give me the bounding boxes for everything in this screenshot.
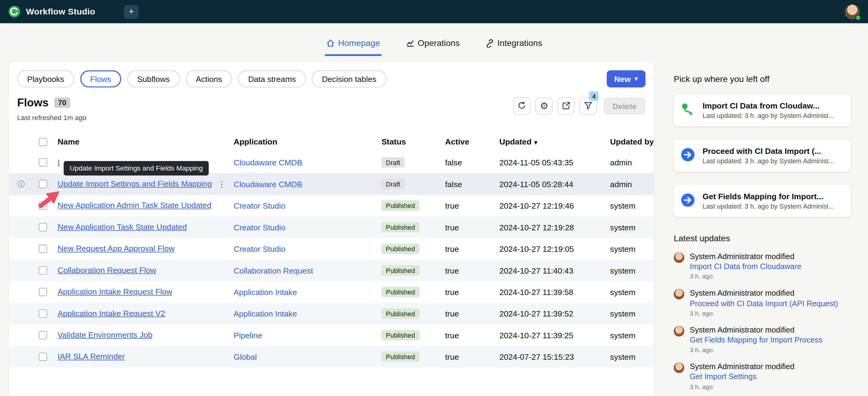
refresh-button[interactable] bbox=[514, 97, 531, 115]
pill-data-streams[interactable]: Data streams bbox=[238, 70, 306, 88]
update-avatar bbox=[674, 252, 684, 263]
info-icon[interactable]: ⓘ bbox=[18, 179, 25, 189]
pill-decision-tables[interactable]: Decision tables bbox=[312, 70, 386, 88]
application-link[interactable]: Creator Studio bbox=[234, 244, 285, 253]
status-badge: Published bbox=[381, 265, 420, 276]
new-button[interactable]: New ▾ bbox=[607, 70, 646, 88]
col-header-updated[interactable]: Updated▾ bbox=[499, 137, 610, 146]
application-link[interactable]: Application Intake bbox=[234, 309, 297, 318]
pickup-card[interactable]: Proceed with CI Data Import (... Last up… bbox=[674, 139, 851, 172]
export-button[interactable] bbox=[558, 97, 575, 115]
arrow-circle-icon bbox=[680, 192, 695, 210]
pickup-card[interactable]: Get Fields Mapping for Import... Last up… bbox=[674, 185, 851, 217]
active-value: true bbox=[445, 266, 499, 275]
new-button-label: New bbox=[614, 74, 631, 83]
updated-value: 2024-10-27 11:40:43 bbox=[499, 266, 610, 275]
kebab-icon[interactable]: ⋮ bbox=[218, 178, 226, 189]
tab-integrations[interactable]: Integrations bbox=[484, 34, 543, 56]
application-link[interactable]: Cloudaware CMDB bbox=[234, 158, 302, 167]
pickup-card-list: Import CI Data from Cloudaw... Last upda… bbox=[674, 94, 851, 217]
caret-down-icon: ▾ bbox=[634, 75, 638, 83]
row-checkbox[interactable] bbox=[39, 245, 47, 253]
pill-subflows[interactable]: Subflows bbox=[127, 70, 180, 88]
table-row[interactable]: ⓘ Application Intake Request V2 ⋮ Applic… bbox=[9, 303, 654, 324]
row-checkbox[interactable] bbox=[39, 353, 47, 361]
filter-icon bbox=[584, 100, 593, 112]
application-link[interactable]: Pipeline bbox=[234, 331, 262, 339]
tab-operations[interactable]: Operations bbox=[405, 34, 461, 56]
updates-list: System Administrator modified Import CI … bbox=[674, 251, 851, 390]
update-item: System Administrator modified Proceed wi… bbox=[674, 288, 851, 316]
updated-value: 2024-10-27 11:39:52 bbox=[499, 309, 610, 318]
export-icon bbox=[562, 100, 571, 112]
active-value: false bbox=[445, 180, 499, 188]
pickup-card[interactable]: Import CI Data from Cloudaw... Last upda… bbox=[674, 94, 851, 126]
update-target-link[interactable]: Import CI Data from Cloudaware bbox=[690, 262, 802, 271]
settings-button[interactable]: ⚙ bbox=[536, 97, 553, 115]
flow-name-link[interactable]: New Request App Approval Flow bbox=[57, 244, 175, 253]
row-checkbox[interactable] bbox=[39, 158, 47, 166]
pickup-section-title: Pick up where you left off bbox=[674, 74, 851, 84]
flow-name-link[interactable]: Collaboration Request Flow bbox=[57, 266, 156, 274]
row-checkbox[interactable] bbox=[39, 288, 47, 296]
flow-name-link[interactable]: Validate Environments Job bbox=[57, 330, 152, 339]
update-target-link[interactable]: Proceed with CI Data Import (API Request… bbox=[690, 298, 838, 308]
flow-name-link[interactable]: New Application Admin Task State Updated bbox=[57, 201, 211, 210]
col-header-updated-by[interactable]: Updated by bbox=[610, 137, 654, 146]
active-value: true bbox=[445, 352, 499, 361]
table-row[interactable]: ⓘ New Request App Approval Flow ⋮ Creato… bbox=[9, 238, 654, 260]
row-checkbox[interactable] bbox=[39, 309, 47, 318]
table-row[interactable]: ⓘ Application Intake Request Flow ⋮ Appl… bbox=[9, 281, 654, 303]
update-text: System Administrator modified Import CI … bbox=[690, 251, 802, 280]
update-avatar bbox=[674, 326, 684, 336]
application-link[interactable]: Global bbox=[234, 352, 257, 361]
pill-flows[interactable]: Flows bbox=[80, 70, 121, 88]
application-link[interactable]: Creator Studio bbox=[234, 223, 285, 232]
updated-by-value: admin bbox=[610, 180, 654, 188]
select-all-checkbox[interactable] bbox=[39, 138, 47, 146]
row-checkbox[interactable] bbox=[39, 266, 47, 274]
pill-playbooks[interactable]: Playbooks bbox=[17, 70, 74, 88]
table-row[interactable]: ⓘ New Application Admin Task State Updat… bbox=[9, 195, 654, 216]
row-checkbox[interactable] bbox=[39, 223, 47, 231]
table-row[interactable]: ⓘ Update Import Settings and Fields Mapp… bbox=[9, 173, 654, 195]
user-avatar[interactable] bbox=[845, 4, 860, 19]
update-avatar bbox=[674, 363, 684, 373]
update-target-link[interactable]: Get Fields Mapping for Import Process bbox=[690, 335, 823, 345]
pill-actions[interactable]: Actions bbox=[186, 70, 232, 88]
application-link[interactable]: Collaboration Request bbox=[234, 266, 313, 275]
table-row[interactable]: ⓘ Collaboration Request Flow ⋮ Collabora… bbox=[9, 260, 654, 281]
application-link[interactable]: Application Intake bbox=[234, 287, 297, 296]
table-row[interactable]: ⓘ IAR SLA Reminder ⋮ Global Published tr… bbox=[9, 346, 654, 367]
update-item: System Administrator modified Get Fields… bbox=[674, 325, 851, 353]
col-header-active[interactable]: Active bbox=[445, 137, 499, 146]
flow-name-link[interactable]: IAR SLA Reminder bbox=[57, 352, 125, 361]
update-actor: System Administrator modified bbox=[690, 325, 823, 335]
table-row[interactable]: ⓘ New Application Task State Updated ⋮ C… bbox=[9, 216, 654, 238]
flow-name-link[interactable]: Application Intake Request Flow bbox=[57, 287, 172, 296]
flow-name-link[interactable]: New Application Task State Updated bbox=[57, 222, 187, 231]
col-header-status[interactable]: Status bbox=[381, 137, 445, 146]
updated-by-value: system bbox=[610, 244, 654, 253]
pickup-card-subtitle: Last updated: 3 h. ago by System Adminis… bbox=[703, 157, 834, 165]
update-item: System Administrator modified Get Import… bbox=[674, 362, 851, 390]
active-value: true bbox=[445, 244, 499, 253]
flow-name-link[interactable]: Application Intake Request V2 bbox=[57, 309, 165, 317]
active-value: true bbox=[445, 287, 499, 296]
app-root: Workflow Studio + Homepage Operations bbox=[0, 0, 868, 396]
tab-homepage[interactable]: Homepage bbox=[325, 34, 381, 56]
filter-button[interactable]: 4 bbox=[580, 97, 597, 115]
updated-value: 2024-11-05 05:43:35 bbox=[499, 158, 610, 167]
row-checkbox[interactable] bbox=[39, 331, 47, 339]
col-header-application[interactable]: Application bbox=[234, 137, 381, 146]
flow-name-link[interactable]: I bbox=[57, 157, 60, 166]
table-row[interactable]: ⓘ Validate Environments Job ⋮ Pipeline P… bbox=[9, 324, 654, 346]
add-tab-button[interactable]: + bbox=[124, 5, 138, 19]
status-badge: Published bbox=[381, 287, 420, 298]
application-link[interactable]: Cloudaware CMDB bbox=[234, 180, 302, 188]
col-header-name[interactable]: Name bbox=[57, 137, 234, 146]
application-link[interactable]: Creator Studio bbox=[234, 201, 285, 210]
update-target-link[interactable]: Get Import Settings bbox=[690, 371, 795, 382]
flow-name-link[interactable]: Update Import Settings and Fields Mappin… bbox=[57, 179, 212, 188]
online-status-dot bbox=[855, 15, 861, 20]
